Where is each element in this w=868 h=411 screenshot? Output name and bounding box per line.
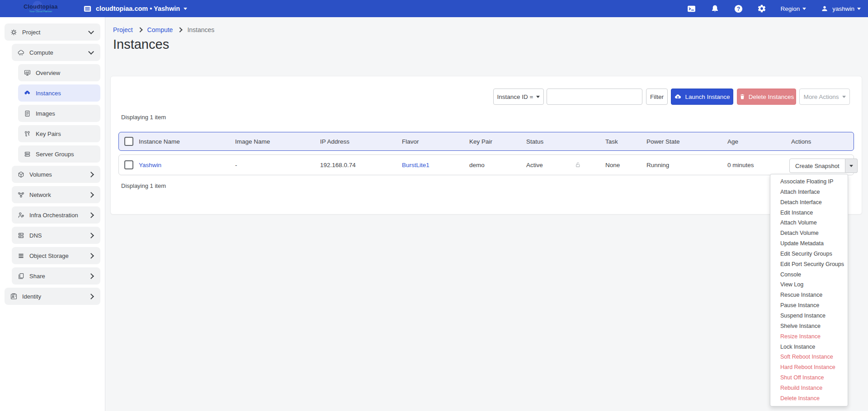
menu-item-delete-instance[interactable]: Delete Instance xyxy=(770,393,848,404)
sidebar-item-volumes[interactable]: Volumes xyxy=(12,166,100,183)
menu-item-view-log[interactable]: View Log xyxy=(770,280,848,290)
menu-item-shut-off-instance[interactable]: Shut Off Instance xyxy=(770,373,848,383)
sidebar-item-key-pairs[interactable]: Key Pairs xyxy=(18,125,100,142)
sidebar-item-label: Key Pairs xyxy=(36,131,100,137)
cell-task: None xyxy=(605,162,620,168)
chevron-right-icon xyxy=(88,192,94,198)
menu-item-rebuild-instance[interactable]: Rebuild Instance xyxy=(770,383,848,393)
notifications-bell-icon[interactable] xyxy=(710,4,720,14)
sidebar-item-label: Compute xyxy=(29,49,85,56)
filter-button[interactable]: Filter xyxy=(646,89,668,105)
person-gear-icon xyxy=(17,211,25,219)
filter-search-input[interactable] xyxy=(547,89,642,105)
menu-item-edit-security-groups[interactable]: Edit Security Groups xyxy=(770,249,848,259)
chevron-down-icon xyxy=(849,165,853,167)
cell-flavor[interactable]: BurstLite1 xyxy=(402,162,429,168)
menu-item-edit-instance[interactable]: Edit Instance xyxy=(770,208,848,218)
sidebar-item-label: Images xyxy=(36,110,100,117)
sidebar-item-network[interactable]: Network xyxy=(12,186,100,203)
sidebar-item-label: Project xyxy=(22,29,85,36)
menu-item-rescue-instance[interactable]: Rescue Instance xyxy=(770,290,848,300)
sidebar-item-overview[interactable]: Overview xyxy=(18,64,100,81)
col-status: Status xyxy=(526,138,543,145)
bars-icon xyxy=(17,252,25,260)
domain-project-switcher[interactable]: cloudtopiaa.com • Yashwin xyxy=(82,0,187,17)
sidebar-item-images[interactable]: Images xyxy=(18,105,100,122)
filter-button-label: Filter xyxy=(650,93,664,100)
row-actions-split-button: Create Snapshot xyxy=(789,159,858,173)
menu-item-associate-floating-ip[interactable]: Associate Floating IP xyxy=(770,177,848,187)
menu-item-attach-interface[interactable]: Attach Interface xyxy=(770,187,848,197)
unlock-icon xyxy=(575,162,581,168)
menu-item-detach-volume[interactable]: Detach Volume xyxy=(770,228,848,238)
chevron-right-icon xyxy=(88,172,94,177)
menu-item-lock-instance[interactable]: Lock Instance xyxy=(770,342,848,352)
breadcrumb-compute[interactable]: Compute xyxy=(147,26,173,33)
sidebar-item-share[interactable]: Share xyxy=(12,267,100,285)
more-actions-label: More Actions xyxy=(803,93,839,100)
menu-item-update-metadata[interactable]: Update Metadata xyxy=(770,238,848,249)
context-label: cloudtopiaa.com • Yashwin xyxy=(96,5,180,12)
sidebar-item-infra-orchestration[interactable]: Infra Orchestration xyxy=(12,206,100,224)
sidebar-item-label: Share xyxy=(29,273,85,280)
terminal-icon[interactable] xyxy=(686,4,696,14)
create-snapshot-button[interactable]: Create Snapshot xyxy=(789,159,845,173)
menu-item-attach-volume[interactable]: Attach Volume xyxy=(770,218,848,228)
sidebar-item-dns[interactable]: DNS xyxy=(12,227,100,244)
delete-instances-button[interactable]: Delete Instances xyxy=(737,89,796,105)
sidebar-item-object-storage[interactable]: Object Storage xyxy=(12,247,100,264)
chevron-right-icon xyxy=(137,27,142,32)
sidebar-item-label: Instances xyxy=(36,90,100,97)
filter-field-selector[interactable]: Instance ID = xyxy=(493,89,544,105)
menu-item-resize-instance[interactable]: Resize Instance xyxy=(770,332,848,342)
region-selector[interactable]: Region xyxy=(780,5,806,12)
sidebar-item-project[interactable]: Project xyxy=(5,23,100,41)
col-actions: Actions xyxy=(791,138,811,145)
sidebar-item-identity[interactable]: Identity xyxy=(5,288,100,305)
item-count-top: Displaying 1 item xyxy=(121,114,166,121)
app-root: Cloudtopiaa Your Cloud Partner cloudtopi… xyxy=(0,0,868,411)
page-title: Instances xyxy=(113,37,169,52)
col-power-state: Power State xyxy=(646,138,680,145)
list-icon xyxy=(82,4,92,14)
sidebar-item-server-groups[interactable]: Server Groups xyxy=(18,145,100,163)
cell-instance-name[interactable]: Yashwin xyxy=(139,162,161,168)
settings-gear-icon[interactable] xyxy=(757,4,767,14)
menu-item-shelve-instance[interactable]: Shelve Instance xyxy=(770,321,848,332)
chevron-down-icon xyxy=(88,28,94,34)
help-icon[interactable]: ? xyxy=(733,4,743,14)
network-icon xyxy=(17,191,25,199)
brand-logo[interactable]: Cloudtopiaa Your Cloud Partner xyxy=(9,0,72,17)
gear-icon xyxy=(10,28,18,36)
more-actions-button[interactable]: More Actions xyxy=(799,89,850,105)
menu-item-console[interactable]: Console xyxy=(770,270,848,280)
username-label: yashwin xyxy=(832,5,854,12)
select-all-checkbox[interactable] xyxy=(124,137,133,146)
chevron-right-icon xyxy=(88,212,94,218)
rack-icon xyxy=(17,232,25,239)
breadcrumb-project[interactable]: Project xyxy=(113,26,133,33)
sidebar-item-label: Volumes xyxy=(29,171,85,178)
menu-item-soft-reboot-instance[interactable]: Soft Reboot Instance xyxy=(770,352,848,362)
chevron-down-icon xyxy=(802,8,806,10)
menu-item-pause-instance[interactable]: Pause Instance xyxy=(770,300,848,311)
region-label: Region xyxy=(780,5,800,12)
sidebar-item-instances[interactable]: Instances xyxy=(18,84,100,102)
col-image-name: Image Name xyxy=(235,138,270,145)
cloud-server-icon xyxy=(24,89,31,97)
menu-item-hard-reboot-instance[interactable]: Hard Reboot Instance xyxy=(770,362,848,373)
menu-item-edit-port-security-groups[interactable]: Edit Port Security Groups xyxy=(770,259,848,270)
row-checkbox[interactable] xyxy=(124,160,133,169)
launch-instance-label: Launch Instance xyxy=(685,93,730,100)
user-menu[interactable]: yashwin xyxy=(820,4,861,14)
chevron-right-icon xyxy=(88,273,94,279)
row-actions-dropdown-toggle[interactable] xyxy=(845,159,858,173)
cell-ip-address: 192.168.0.74 xyxy=(320,162,356,168)
sidebar-item-compute[interactable]: Compute xyxy=(12,44,100,61)
chevron-right-icon xyxy=(88,233,94,238)
menu-item-suspend-instance[interactable]: Suspend Instance xyxy=(770,311,848,321)
launch-instance-button[interactable]: Launch Instance xyxy=(671,89,733,105)
cloud-upload-icon xyxy=(674,93,682,101)
delete-instances-label: Delete Instances xyxy=(749,93,794,100)
menu-item-detach-interface[interactable]: Detach Interface xyxy=(770,197,848,208)
